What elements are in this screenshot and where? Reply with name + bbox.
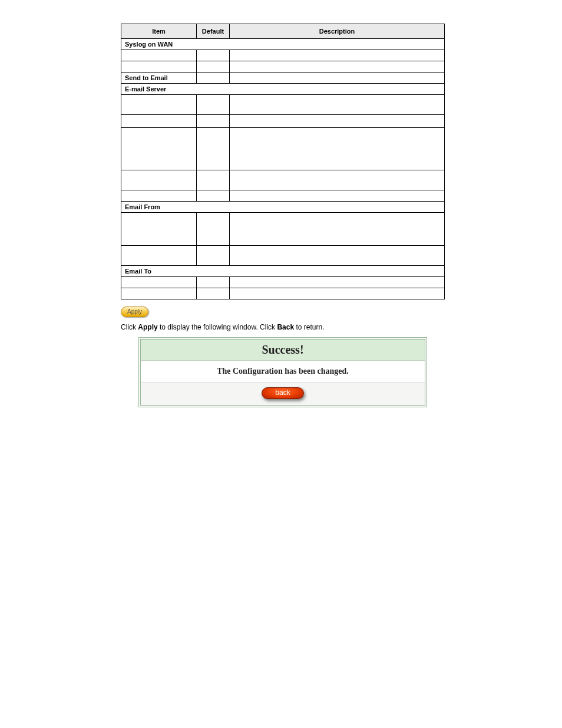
success-dialog: Success! The Configuration has been chan… xyxy=(138,337,427,407)
section-email-from: Email From xyxy=(121,202,445,213)
success-message: The Configuration has been changed. xyxy=(141,361,425,383)
table-row xyxy=(121,50,445,61)
table-row xyxy=(121,115,445,128)
config-table: Item Default Description Syslog on WAN S… xyxy=(121,24,445,299)
table-row xyxy=(121,288,445,299)
th-description: Description xyxy=(230,24,445,39)
apply-button-image: Apply xyxy=(121,307,148,317)
success-title: Success! xyxy=(141,340,425,361)
table-row xyxy=(121,61,445,73)
table-row xyxy=(121,277,445,288)
table-row xyxy=(121,170,445,190)
apply-back-instruction: Click Apply to display the following win… xyxy=(121,323,445,331)
section-email-server: E-mail Server xyxy=(121,84,445,95)
table-row xyxy=(121,190,445,202)
section-send-email: Send to Email xyxy=(121,73,445,84)
th-default: Default xyxy=(197,24,230,39)
back-button[interactable]: back xyxy=(262,387,303,399)
th-item: Item xyxy=(121,24,197,39)
table-row xyxy=(121,128,445,170)
section-syslog-wan: Syslog on WAN xyxy=(121,39,445,50)
apply-button-label: Apply xyxy=(121,307,148,317)
section-email-to: Email To xyxy=(121,266,445,277)
table-row xyxy=(121,213,445,246)
table-row xyxy=(121,246,445,266)
table-row xyxy=(121,95,445,115)
